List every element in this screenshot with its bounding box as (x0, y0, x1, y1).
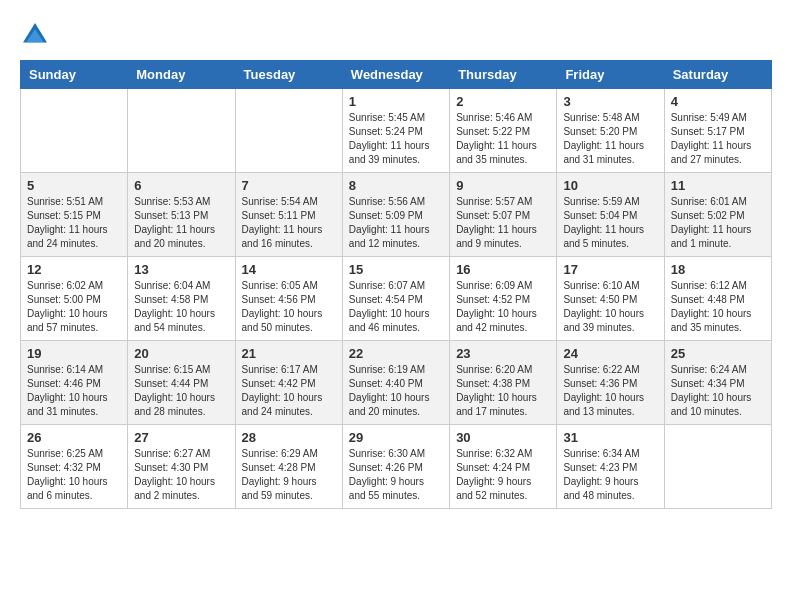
day-number: 15 (349, 262, 443, 277)
day-number: 22 (349, 346, 443, 361)
day-info: Sunrise: 6:14 AM Sunset: 4:46 PM Dayligh… (27, 363, 121, 419)
day-info: Sunrise: 5:51 AM Sunset: 5:15 PM Dayligh… (27, 195, 121, 251)
calendar-week-row: 19Sunrise: 6:14 AM Sunset: 4:46 PM Dayli… (21, 341, 772, 425)
calendar-cell: 2Sunrise: 5:46 AM Sunset: 5:22 PM Daylig… (450, 89, 557, 173)
calendar-week-row: 1Sunrise: 5:45 AM Sunset: 5:24 PM Daylig… (21, 89, 772, 173)
weekday-header-monday: Monday (128, 61, 235, 89)
weekday-header-friday: Friday (557, 61, 664, 89)
day-info: Sunrise: 6:30 AM Sunset: 4:26 PM Dayligh… (349, 447, 443, 503)
day-info: Sunrise: 6:07 AM Sunset: 4:54 PM Dayligh… (349, 279, 443, 335)
calendar-cell: 3Sunrise: 5:48 AM Sunset: 5:20 PM Daylig… (557, 89, 664, 173)
calendar: SundayMondayTuesdayWednesdayThursdayFrid… (20, 60, 772, 509)
calendar-cell (128, 89, 235, 173)
calendar-cell (21, 89, 128, 173)
day-number: 30 (456, 430, 550, 445)
day-info: Sunrise: 6:17 AM Sunset: 4:42 PM Dayligh… (242, 363, 336, 419)
day-number: 28 (242, 430, 336, 445)
calendar-cell: 5Sunrise: 5:51 AM Sunset: 5:15 PM Daylig… (21, 173, 128, 257)
day-info: Sunrise: 5:57 AM Sunset: 5:07 PM Dayligh… (456, 195, 550, 251)
calendar-cell: 18Sunrise: 6:12 AM Sunset: 4:48 PM Dayli… (664, 257, 771, 341)
day-info: Sunrise: 5:56 AM Sunset: 5:09 PM Dayligh… (349, 195, 443, 251)
day-number: 25 (671, 346, 765, 361)
calendar-cell: 4Sunrise: 5:49 AM Sunset: 5:17 PM Daylig… (664, 89, 771, 173)
calendar-cell: 25Sunrise: 6:24 AM Sunset: 4:34 PM Dayli… (664, 341, 771, 425)
day-info: Sunrise: 6:34 AM Sunset: 4:23 PM Dayligh… (563, 447, 657, 503)
calendar-week-row: 5Sunrise: 5:51 AM Sunset: 5:15 PM Daylig… (21, 173, 772, 257)
logo-icon (20, 20, 50, 50)
day-number: 19 (27, 346, 121, 361)
calendar-cell: 9Sunrise: 5:57 AM Sunset: 5:07 PM Daylig… (450, 173, 557, 257)
calendar-cell: 17Sunrise: 6:10 AM Sunset: 4:50 PM Dayli… (557, 257, 664, 341)
day-info: Sunrise: 6:25 AM Sunset: 4:32 PM Dayligh… (27, 447, 121, 503)
calendar-cell: 21Sunrise: 6:17 AM Sunset: 4:42 PM Dayli… (235, 341, 342, 425)
header-area (20, 20, 772, 50)
day-number: 17 (563, 262, 657, 277)
page: SundayMondayTuesdayWednesdayThursdayFrid… (0, 0, 792, 519)
calendar-cell: 29Sunrise: 6:30 AM Sunset: 4:26 PM Dayli… (342, 425, 449, 509)
day-info: Sunrise: 6:29 AM Sunset: 4:28 PM Dayligh… (242, 447, 336, 503)
day-info: Sunrise: 6:20 AM Sunset: 4:38 PM Dayligh… (456, 363, 550, 419)
calendar-cell: 1Sunrise: 5:45 AM Sunset: 5:24 PM Daylig… (342, 89, 449, 173)
weekday-header-saturday: Saturday (664, 61, 771, 89)
day-number: 2 (456, 94, 550, 109)
day-info: Sunrise: 6:27 AM Sunset: 4:30 PM Dayligh… (134, 447, 228, 503)
day-info: Sunrise: 6:04 AM Sunset: 4:58 PM Dayligh… (134, 279, 228, 335)
day-info: Sunrise: 5:45 AM Sunset: 5:24 PM Dayligh… (349, 111, 443, 167)
calendar-cell: 26Sunrise: 6:25 AM Sunset: 4:32 PM Dayli… (21, 425, 128, 509)
calendar-cell: 23Sunrise: 6:20 AM Sunset: 4:38 PM Dayli… (450, 341, 557, 425)
day-number: 12 (27, 262, 121, 277)
day-number: 27 (134, 430, 228, 445)
weekday-header-thursday: Thursday (450, 61, 557, 89)
day-info: Sunrise: 5:46 AM Sunset: 5:22 PM Dayligh… (456, 111, 550, 167)
weekday-header-row: SundayMondayTuesdayWednesdayThursdayFrid… (21, 61, 772, 89)
day-info: Sunrise: 6:05 AM Sunset: 4:56 PM Dayligh… (242, 279, 336, 335)
day-number: 24 (563, 346, 657, 361)
day-number: 3 (563, 94, 657, 109)
day-number: 23 (456, 346, 550, 361)
day-info: Sunrise: 5:59 AM Sunset: 5:04 PM Dayligh… (563, 195, 657, 251)
calendar-cell: 15Sunrise: 6:07 AM Sunset: 4:54 PM Dayli… (342, 257, 449, 341)
day-number: 16 (456, 262, 550, 277)
calendar-cell: 13Sunrise: 6:04 AM Sunset: 4:58 PM Dayli… (128, 257, 235, 341)
day-info: Sunrise: 6:10 AM Sunset: 4:50 PM Dayligh… (563, 279, 657, 335)
calendar-cell: 28Sunrise: 6:29 AM Sunset: 4:28 PM Dayli… (235, 425, 342, 509)
weekday-header-wednesday: Wednesday (342, 61, 449, 89)
calendar-cell (664, 425, 771, 509)
calendar-cell: 30Sunrise: 6:32 AM Sunset: 4:24 PM Dayli… (450, 425, 557, 509)
weekday-header-tuesday: Tuesday (235, 61, 342, 89)
day-number: 9 (456, 178, 550, 193)
day-info: Sunrise: 6:12 AM Sunset: 4:48 PM Dayligh… (671, 279, 765, 335)
calendar-cell: 24Sunrise: 6:22 AM Sunset: 4:36 PM Dayli… (557, 341, 664, 425)
day-info: Sunrise: 6:32 AM Sunset: 4:24 PM Dayligh… (456, 447, 550, 503)
day-number: 11 (671, 178, 765, 193)
day-number: 4 (671, 94, 765, 109)
calendar-cell: 8Sunrise: 5:56 AM Sunset: 5:09 PM Daylig… (342, 173, 449, 257)
day-number: 20 (134, 346, 228, 361)
calendar-week-row: 12Sunrise: 6:02 AM Sunset: 5:00 PM Dayli… (21, 257, 772, 341)
day-info: Sunrise: 6:02 AM Sunset: 5:00 PM Dayligh… (27, 279, 121, 335)
calendar-cell: 11Sunrise: 6:01 AM Sunset: 5:02 PM Dayli… (664, 173, 771, 257)
day-number: 14 (242, 262, 336, 277)
day-info: Sunrise: 5:48 AM Sunset: 5:20 PM Dayligh… (563, 111, 657, 167)
calendar-cell: 12Sunrise: 6:02 AM Sunset: 5:00 PM Dayli… (21, 257, 128, 341)
calendar-cell: 27Sunrise: 6:27 AM Sunset: 4:30 PM Dayli… (128, 425, 235, 509)
day-number: 18 (671, 262, 765, 277)
day-number: 29 (349, 430, 443, 445)
day-number: 21 (242, 346, 336, 361)
day-number: 6 (134, 178, 228, 193)
day-number: 8 (349, 178, 443, 193)
calendar-cell: 31Sunrise: 6:34 AM Sunset: 4:23 PM Dayli… (557, 425, 664, 509)
calendar-cell: 7Sunrise: 5:54 AM Sunset: 5:11 PM Daylig… (235, 173, 342, 257)
calendar-cell: 19Sunrise: 6:14 AM Sunset: 4:46 PM Dayli… (21, 341, 128, 425)
logo (20, 20, 54, 50)
day-number: 1 (349, 94, 443, 109)
day-info: Sunrise: 5:53 AM Sunset: 5:13 PM Dayligh… (134, 195, 228, 251)
day-info: Sunrise: 5:54 AM Sunset: 5:11 PM Dayligh… (242, 195, 336, 251)
day-info: Sunrise: 6:09 AM Sunset: 4:52 PM Dayligh… (456, 279, 550, 335)
calendar-cell (235, 89, 342, 173)
day-info: Sunrise: 5:49 AM Sunset: 5:17 PM Dayligh… (671, 111, 765, 167)
calendar-cell: 22Sunrise: 6:19 AM Sunset: 4:40 PM Dayli… (342, 341, 449, 425)
day-number: 7 (242, 178, 336, 193)
calendar-cell: 14Sunrise: 6:05 AM Sunset: 4:56 PM Dayli… (235, 257, 342, 341)
day-info: Sunrise: 6:24 AM Sunset: 4:34 PM Dayligh… (671, 363, 765, 419)
